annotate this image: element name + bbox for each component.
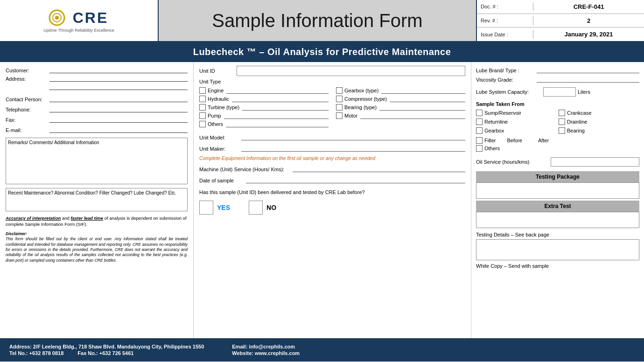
- engine-line[interactable]: [226, 87, 329, 94]
- white-copy-label: White Copy – Send with sample: [476, 263, 639, 269]
- telephone-field[interactable]: [49, 105, 188, 112]
- bearing-label: Bearing (type): [344, 104, 377, 110]
- bearing-checkbox[interactable]: [336, 104, 343, 111]
- gearbox-sample-item: Gearbox: [476, 127, 557, 134]
- bearing-sample-checkbox[interactable]: [559, 127, 565, 134]
- turbine-item: Turbine (type): [199, 104, 329, 111]
- unit-id-field[interactable]: [237, 66, 465, 76]
- disclaimer: Disclaimer: This form should be filled o…: [6, 231, 188, 264]
- pump-line[interactable]: [224, 112, 329, 119]
- pump-label: Pump: [208, 113, 221, 118]
- drainline-item: Drainline: [559, 118, 639, 125]
- drainline-checkbox[interactable]: [559, 118, 565, 125]
- oil-service-field[interactable]: [551, 157, 639, 167]
- email-row: E-mail:: [6, 125, 188, 133]
- fax-field[interactable]: [49, 115, 188, 123]
- testing-details-label: Testing Details – See back page: [476, 232, 639, 237]
- others-line[interactable]: [226, 121, 329, 127]
- others-sample-checkbox[interactable]: [476, 145, 483, 152]
- others-sample-item: Others: [476, 145, 639, 152]
- email-label: E-mail:: [6, 127, 48, 133]
- engine-item: Engine: [199, 87, 329, 94]
- crankcase-checkbox[interactable]: [559, 110, 565, 116]
- rev-label: Rev. # :: [477, 17, 533, 24]
- no-answer-box[interactable]: [249, 201, 263, 215]
- hydraulic-label: Hydraulic: [208, 96, 229, 102]
- testing-package-box[interactable]: [476, 182, 639, 199]
- sample-taken-grid: Sump/Reservoir Crankcase Returnline Drai…: [476, 110, 639, 135]
- unit-model-field[interactable]: [241, 133, 465, 140]
- unit-type-right: Gearbox (type) Compressor (type) Bearing…: [336, 87, 465, 129]
- machine-service-label: Machine (Unit) Service (Hours/ Kms):: [199, 167, 293, 172]
- address-field[interactable]: [49, 74, 188, 82]
- contact-field[interactable]: [49, 95, 188, 102]
- pump-checkbox[interactable]: [199, 112, 206, 119]
- left-column: Customer: Address: Contact Person: Telep…: [0, 62, 194, 338]
- footer-fax: Fax No.: +632 726 5461: [77, 350, 133, 356]
- hydraulic-checkbox[interactable]: [199, 96, 206, 102]
- gearbox-item: Gearbox (type): [336, 87, 465, 94]
- bearing-sample-item: Bearing: [559, 127, 639, 134]
- viscosity-field[interactable]: [537, 75, 639, 83]
- gearbox-line[interactable]: [381, 87, 465, 94]
- date-field[interactable]: [246, 176, 465, 183]
- filter-label: Filter: [484, 138, 496, 143]
- right-column: Lube Brand/ Type : Viscosity Grade: Lube…: [471, 62, 644, 338]
- turbine-checkbox[interactable]: [199, 104, 206, 111]
- motor-item: Motor: [336, 112, 465, 119]
- customer-field[interactable]: [49, 66, 188, 73]
- address-label: Address:: [6, 76, 48, 82]
- others-checkbox[interactable]: [199, 121, 206, 127]
- gearbox-checkbox[interactable]: [336, 87, 343, 94]
- motor-line[interactable]: [360, 112, 465, 119]
- unit-type-label: Unit Type: [199, 79, 465, 84]
- lube-brand-field[interactable]: [537, 66, 639, 73]
- compressor-checkbox[interactable]: [336, 96, 343, 102]
- yes-no-row: YES NO: [199, 201, 465, 215]
- turbine-line[interactable]: [242, 104, 329, 111]
- bearing-line[interactable]: [379, 104, 465, 111]
- disclaimer-title: Disclaimer:: [6, 231, 27, 236]
- footer-website: Website: www.crephils.com: [232, 350, 300, 356]
- gearbox-sample-checkbox[interactable]: [476, 127, 483, 134]
- returnline-checkbox[interactable]: [476, 118, 483, 125]
- disclaimer-body: This form should be filled out by the cl…: [6, 237, 188, 263]
- engine-checkbox[interactable]: [199, 87, 206, 94]
- machine-service-field[interactable]: [293, 165, 465, 172]
- after-label: After: [538, 138, 549, 143]
- footer-tel: Tel No.: +632 878 0818: [9, 350, 63, 356]
- rev-value: 2: [533, 16, 644, 25]
- address-block: Customer: Address:: [6, 66, 188, 91]
- maintenance-box[interactable]: Recent Maintenance? Abnormal Condition? …: [6, 188, 188, 211]
- hydraulic-line[interactable]: [232, 96, 329, 102]
- hydraulic-item: Hydraulic: [199, 96, 329, 102]
- email-field[interactable]: [49, 125, 188, 133]
- logo-text: CRE Uptime Through Reliability Excellenc…: [43, 8, 114, 33]
- unit-maker-label: Unit Maker:: [199, 146, 241, 152]
- filter-checkbox[interactable]: [476, 137, 483, 144]
- address-field2[interactable]: [49, 83, 188, 90]
- customer-row: Customer:: [6, 66, 188, 73]
- remarks-box[interactable]: Remarks/ Comments/ Additional Informatio…: [6, 138, 188, 184]
- unit-maker-field[interactable]: [241, 144, 465, 152]
- testing-details-box[interactable]: [476, 239, 639, 260]
- compressor-line[interactable]: [390, 96, 465, 102]
- blue-banner: Lubecheck ™ – Oil Analysis for Predictiv…: [0, 42, 644, 62]
- faster-highlight: faster lead time: [70, 216, 103, 221]
- extra-test-header: Extra Test: [476, 201, 639, 212]
- issue-label: Issue Date :: [477, 31, 533, 38]
- issue-value: January 29, 2021: [533, 30, 644, 39]
- lube-brand-row: Lube Brand/ Type :: [476, 66, 639, 73]
- yes-answer-box[interactable]: [199, 201, 213, 215]
- extra-test-box[interactable]: [476, 212, 639, 228]
- lube-capacity-field[interactable]: [543, 87, 576, 97]
- sump-checkbox[interactable]: [476, 110, 483, 116]
- turbine-label: Turbine (type): [208, 104, 239, 110]
- doc-value: CRE-F-041: [533, 2, 644, 11]
- motor-checkbox[interactable]: [336, 112, 343, 119]
- bearing-item: Bearing (type): [336, 104, 465, 111]
- remarks-label: Remarks/ Comments/ Additional Informatio…: [8, 140, 185, 145]
- issue-date-row: Issue Date : January 29, 2021: [477, 28, 644, 41]
- machine-service-row: Machine (Unit) Service (Hours/ Kms):: [199, 165, 465, 172]
- bearing-sample-label: Bearing: [567, 128, 585, 133]
